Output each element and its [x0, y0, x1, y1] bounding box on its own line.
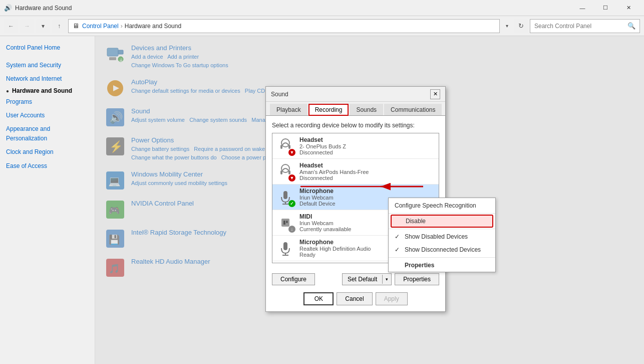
minimize-button[interactable]: —: [571, 0, 594, 16]
sidebar-item-appearance[interactable]: Appearance and Personalization: [0, 122, 95, 145]
svg-rect-25: [283, 191, 287, 199]
context-menu-divider: [389, 229, 495, 229]
window-icon: 🔊: [4, 4, 12, 12]
svg-rect-30: [286, 221, 287, 223]
tab-playback[interactable]: Playback: [270, 104, 307, 115]
forward-button[interactable]: →: [20, 19, 34, 33]
sidebar-item-label: Hardware and Sound: [12, 87, 72, 94]
sidebar-item-network[interactable]: Network and Internet: [0, 72, 95, 86]
sidebar: Control Panel Home System and Security N…: [0, 36, 95, 364]
sidebar-item-user[interactable]: User Accounts: [0, 109, 95, 122]
status-badge-red1: ▼: [288, 149, 295, 156]
address-box[interactable]: 🖥 Control Panel › Hardware and Sound: [68, 19, 500, 33]
device-name: Microphone: [299, 188, 435, 195]
device-icon-headset1: ▼: [276, 137, 294, 155]
recent-button[interactable]: ▾: [36, 19, 50, 33]
content-area: 🖨 Devices and Printers Add a device Add …: [95, 36, 644, 364]
device-icon-mic1: ✓: [276, 188, 294, 206]
search-box[interactable]: 🔍: [530, 19, 640, 33]
context-menu-disable-label: Disable: [406, 218, 426, 225]
tab-bar: Playback Recording Sounds Communications: [266, 102, 445, 116]
check-icon-disabled: ✓: [395, 233, 403, 240]
sidebar-item-hardware[interactable]: ● Hardware and Sound: [0, 86, 95, 95]
close-button[interactable]: ✕: [617, 0, 640, 16]
tab-communications[interactable]: Communications: [384, 104, 442, 115]
configure-button[interactable]: Configure: [272, 273, 315, 285]
apply-button[interactable]: Apply: [376, 292, 408, 305]
check-icon-disconnected: ✓: [395, 246, 403, 253]
dialog-actions: OK Cancel Apply: [266, 289, 445, 311]
device-icon-midi: ↓: [276, 214, 294, 232]
device-info-headset2: Headset Aman's AirPods Hands-Free Discon…: [299, 162, 435, 181]
device-item-headset1[interactable]: ▼ Headset 2- OnePlus Buds Z Disconnected: [272, 133, 439, 159]
context-menu-disabled-label: Show Disabled Devices: [405, 233, 468, 240]
context-menu-disconnected-label: Show Disconnected Devices: [405, 246, 481, 253]
svg-rect-31: [283, 242, 287, 250]
context-menu-show-disabled[interactable]: ✓ Show Disabled Devices: [389, 230, 495, 243]
breadcrumb-current: Hardware and Sound: [125, 23, 181, 30]
context-menu-title: Configure Speech Recognition: [389, 198, 495, 214]
refresh-button[interactable]: ↻: [514, 19, 528, 33]
breadcrumb-item[interactable]: Control Panel: [82, 23, 119, 30]
dialog-bottom-right: Set Default ▾ Properties: [342, 273, 439, 285]
sidebar-item-programs[interactable]: Programs: [0, 95, 95, 109]
ok-button[interactable]: OK: [303, 292, 334, 305]
device-status: Disconnected: [299, 175, 435, 181]
device-status: Disconnected: [299, 149, 435, 155]
bullet-icon: ●: [6, 88, 9, 94]
set-default-arrow-icon[interactable]: ▾: [382, 275, 391, 284]
svg-rect-20: [280, 145, 282, 149]
device-name: Headset: [299, 136, 435, 143]
sidebar-item-system[interactable]: System and Security: [0, 59, 95, 72]
svg-rect-23: [280, 170, 282, 174]
device-info-headset1: Headset 2- OnePlus Buds Z Disconnected: [299, 136, 435, 155]
set-default-button[interactable]: Set Default ▾: [342, 273, 392, 285]
dialog-bottom: Configure Set Default ▾ Properties: [266, 269, 445, 289]
search-icon: 🔍: [627, 22, 635, 30]
dialog-close-button[interactable]: ✕: [430, 89, 440, 99]
cancel-button[interactable]: Cancel: [337, 292, 372, 305]
dialog-titlebar[interactable]: Sound ✕: [266, 87, 445, 102]
status-badge-red2: ▼: [288, 174, 295, 181]
address-icon: 🖥: [73, 22, 79, 30]
status-badge-gray: ↓: [288, 226, 295, 233]
properties-button[interactable]: Properties: [395, 273, 439, 285]
svg-rect-24: [288, 170, 290, 174]
svg-rect-21: [288, 145, 290, 149]
address-dropdown-icon[interactable]: ▾: [502, 19, 512, 33]
tab-sounds[interactable]: Sounds: [350, 104, 383, 115]
device-detail: Aman's AirPods Hands-Free: [299, 169, 435, 175]
window-controls: — ☐ ✕: [571, 0, 640, 16]
device-name: Headset: [299, 162, 435, 169]
context-menu-properties-label: Properties: [405, 262, 434, 269]
context-menu-disable[interactable]: Disable: [391, 215, 493, 228]
search-input[interactable]: [534, 23, 627, 30]
context-menu-properties[interactable]: Properties: [389, 259, 495, 272]
device-detail: 2- OnePlus Buds Z: [299, 143, 435, 149]
context-menu-show-disconnected[interactable]: ✓ Show Disconnected Devices: [389, 243, 495, 256]
device-icon-mic2: [276, 239, 294, 257]
dialog-instruction: Select a recording device below to modif…: [272, 122, 439, 129]
context-menu-divider2: [389, 257, 495, 258]
up-button[interactable]: ↑: [52, 19, 66, 33]
device-icon-headset2: ▼: [276, 162, 294, 180]
maximize-button[interactable]: ☐: [594, 0, 617, 16]
dialog-title: Sound: [271, 91, 430, 98]
back-button[interactable]: ←: [4, 19, 18, 33]
sidebar-home[interactable]: Control Panel Home: [0, 41, 95, 55]
svg-rect-29: [283, 221, 285, 225]
addressbar: ← → ▾ ↑ 🖥 Control Panel › Hardware and S…: [0, 16, 644, 36]
tab-recording[interactable]: Recording: [308, 104, 349, 116]
context-menu: Configure Speech Recognition Disable ✓ S…: [388, 198, 496, 272]
set-default-label: Set Default: [343, 274, 382, 285]
breadcrumb-sep: ›: [121, 23, 123, 30]
titlebar: 🔊 Hardware and Sound — ☐ ✕: [0, 0, 644, 16]
main-layout: Control Panel Home System and Security N…: [0, 36, 644, 364]
status-badge-green: ✓: [288, 200, 295, 207]
sidebar-item-clock[interactable]: Clock and Region: [0, 145, 95, 159]
window-title: Hardware and Sound: [15, 5, 571, 12]
device-item-headset2[interactable]: ▼ Headset Aman's AirPods Hands-Free Disc…: [272, 159, 439, 185]
sidebar-item-ease[interactable]: Ease of Access: [0, 159, 95, 173]
dialog-bottom-left: Configure: [272, 273, 315, 285]
